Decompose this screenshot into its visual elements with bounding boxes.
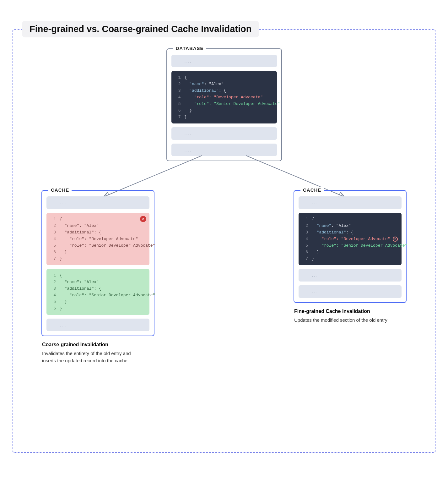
code-token: "additional" — [317, 229, 346, 236]
coarse-cache-panel: CACHE .... ✕ 1{ 2 "name": "Alex" 3 "addi… — [41, 190, 154, 336]
fine-caption-title: Fine-grained Cache Invalidation — [294, 309, 406, 314]
line-number: 6 — [50, 305, 56, 312]
db-placeholder-row: .... — [171, 55, 277, 67]
line-number: 1 — [175, 74, 181, 81]
code-token: : — [336, 242, 341, 249]
code-token: "Senior Developer Advocate" — [214, 101, 280, 107]
line-number: 5 — [50, 242, 56, 249]
code-token: "additional": { — [60, 285, 101, 292]
db-placeholder-row: .... — [171, 127, 277, 140]
line-number: 2 — [50, 222, 56, 229]
code-token: "Developer Advocate" — [341, 236, 390, 242]
database-panel: DATABASE .... 1{ 2 "name": "Alex" 3 "add… — [166, 48, 282, 161]
code-token: "role" — [321, 242, 336, 249]
cache-placeholder-row: .... — [46, 319, 149, 331]
db-placeholder-row: .... — [171, 144, 277, 156]
code-token: } — [185, 114, 187, 120]
code-token: } — [60, 298, 67, 305]
cache-label: CACHE — [48, 187, 72, 193]
diagram-content: DATABASE .... 1{ 2 "name": "Alex" 3 "add… — [26, 48, 422, 440]
cache-label: CACHE — [300, 187, 324, 193]
line-number: 1 — [50, 216, 56, 222]
code-token: } — [60, 255, 62, 262]
code-token: { — [185, 74, 187, 81]
line-number: 5 — [50, 298, 56, 305]
line-number: 5 — [302, 242, 308, 249]
code-token: } — [317, 249, 319, 255]
code-token: : — [331, 222, 336, 229]
bottom-row: CACHE .... ✕ 1{ 2 "name": "Alex" 3 "addi… — [26, 190, 422, 364]
code-token: "additional" — [189, 87, 219, 94]
line-number: 7 — [50, 255, 56, 262]
line-number: 1 — [50, 272, 56, 279]
code-token: "name": "Alex" — [60, 279, 99, 285]
code-token: "name": "Alex" — [60, 222, 99, 229]
code-token: } — [60, 249, 67, 255]
database-label: DATABASE — [173, 46, 206, 51]
line-number: 4 — [50, 292, 56, 298]
diagram-title: Fine-grained vs. Coarse-grained Cache In… — [22, 21, 259, 37]
code-token: "role" — [321, 236, 336, 242]
code-token: : { — [219, 87, 226, 94]
coarse-column: CACHE .... ✕ 1{ 2 "name": "Alex" 3 "addi… — [41, 190, 154, 364]
line-number: 3 — [50, 229, 56, 236]
coarse-invalidated-block: ✕ 1{ 2 "name": "Alex" 3 "additional": { … — [46, 213, 149, 265]
code-token: { — [312, 216, 314, 222]
coarse-caption-body: Invalidates the entirety of the old entr… — [42, 350, 146, 364]
line-number: 5 — [175, 101, 181, 107]
line-number: 7 — [302, 255, 308, 262]
line-number: 6 — [175, 107, 181, 114]
code-token: : — [336, 236, 341, 242]
code-token: "Senior Developer Advocate" — [341, 242, 408, 249]
coarse-caption-title: Coarse-grained Invalidation — [42, 342, 154, 347]
line-number: 7 — [175, 114, 181, 120]
code-token: : — [209, 94, 214, 101]
cache-placeholder-row: .... — [46, 196, 149, 209]
code-token: "Alex" — [209, 81, 224, 87]
code-token: } — [60, 305, 62, 312]
line-number: 6 — [302, 249, 308, 255]
fine-cache-panel: CACHE .... 1{ 2 "name": "Alex" 3 "additi… — [294, 190, 407, 303]
code-token: "additional": { — [60, 229, 101, 236]
code-token: "name" — [189, 81, 204, 87]
code-token: : — [209, 101, 214, 107]
code-token: "role": "Senior Developer Advocate" — [60, 292, 155, 298]
code-token: { — [60, 216, 62, 222]
line-number: 4 — [302, 236, 308, 242]
code-token: "name" — [317, 222, 332, 229]
code-token: } — [189, 107, 192, 114]
close-icon: ✕ — [140, 216, 146, 222]
code-token: "Developer Advocate" — [214, 94, 263, 101]
code-token: : — [204, 81, 209, 87]
code-token: "Alex" — [336, 222, 351, 229]
fine-code-block: 1{ 2 "name": "Alex" 3 "additional": { 4 … — [299, 213, 402, 265]
fine-column: CACHE .... 1{ 2 "name": "Alex" 3 "additi… — [294, 190, 407, 364]
db-code-block: 1{ 2 "name": "Alex" 3 "additional": { 4 … — [171, 71, 277, 123]
line-number: 2 — [175, 81, 181, 87]
diagram-frame: Fine-grained vs. Coarse-grained Cache In… — [13, 29, 435, 453]
code-token: "role": "Senior Developer Advocate" — [60, 242, 155, 249]
code-token: } — [312, 255, 314, 262]
line-number: 1 — [302, 216, 308, 222]
fine-caption-body: Updates the modified section of the old … — [294, 317, 398, 324]
line-number: 2 — [50, 279, 56, 285]
line-number: 3 — [302, 229, 308, 236]
coarse-inserted-block: 1{ 2 "name": "Alex" 3 "additional": { 4 … — [46, 269, 149, 315]
line-number: 3 — [175, 87, 181, 94]
line-number: 6 — [50, 249, 56, 255]
close-icon: ✕ — [393, 237, 398, 242]
code-token: "role": "Developer Advocate" — [60, 236, 138, 242]
code-token: { — [60, 272, 62, 279]
line-number: 4 — [175, 94, 181, 101]
cache-placeholder-row: .... — [299, 269, 402, 282]
line-number: 3 — [50, 285, 56, 292]
cache-placeholder-row: .... — [299, 196, 402, 209]
code-token: "role" — [194, 101, 209, 107]
cache-placeholder-row: .... — [299, 285, 402, 298]
line-number: 4 — [50, 236, 56, 242]
line-number: 2 — [302, 222, 308, 229]
code-token: "role" — [194, 94, 209, 101]
code-token: : { — [346, 229, 353, 236]
